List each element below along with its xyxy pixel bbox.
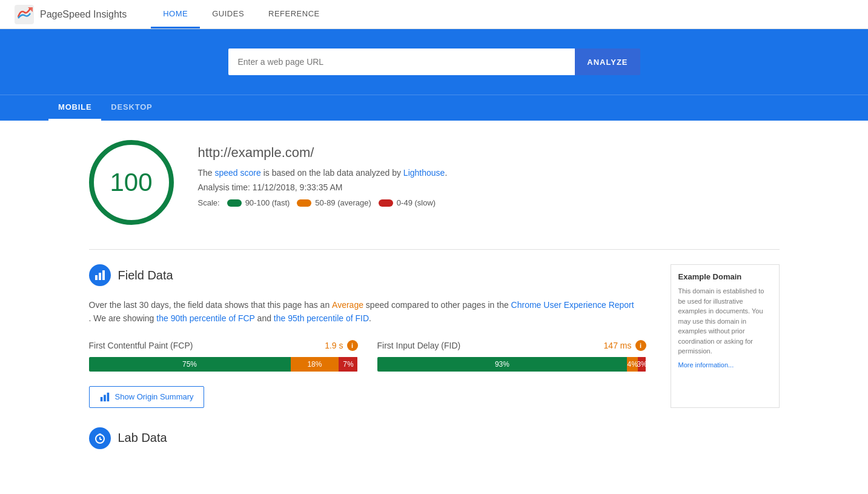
- desc-suffix: .: [445, 168, 447, 178]
- header: PageSpeed Insights HOME GUIDES REFERENCE: [0, 0, 868, 29]
- main-content: 100 http://example.com/ The speed score …: [41, 121, 828, 481]
- scale-average: 50-89 (average): [297, 198, 371, 207]
- preview-link[interactable]: More information...: [678, 361, 734, 369]
- fid-percentile-link[interactable]: the 95th percentile of FID: [274, 313, 369, 323]
- scale-label: Scale:: [198, 198, 220, 207]
- field-data-main: Field Data Over the last 30 days, the fi…: [89, 264, 646, 408]
- lighthouse-link[interactable]: Lighthouse: [403, 168, 445, 178]
- scored-url: http://example.com/: [198, 145, 448, 161]
- score-circle: 100: [89, 140, 174, 225]
- scale-slow-label: 0-49 (slow): [397, 198, 436, 207]
- search-form: http://example.com/ ANALYZE: [228, 48, 640, 75]
- scale-avg-label: 50-89 (average): [315, 198, 371, 207]
- fcp-bar-green: 75%: [89, 357, 291, 372]
- lab-data-title: Lab Data: [118, 431, 167, 445]
- avg-dot: [297, 199, 311, 207]
- tab-desktop[interactable]: DESKTOP: [101, 95, 162, 121]
- fcp-value: 1.9 s i: [325, 340, 357, 351]
- fid-number: 147 ms: [604, 341, 632, 350]
- score-info: http://example.com/ The speed score is b…: [198, 140, 448, 207]
- desc-start: Over the last 30 days, the field data sh…: [89, 300, 333, 310]
- svg-rect-7: [107, 393, 109, 401]
- field-data-title: Field Data: [118, 269, 173, 282]
- preview-title: Example Domain: [678, 272, 772, 281]
- scale-fast: 90-100 (fast): [227, 198, 290, 207]
- analysis-time: Analysis time: 11/12/2018, 9:33:35 AM: [198, 182, 448, 192]
- average-badge: Average: [332, 300, 363, 310]
- speed-score-link[interactable]: speed score: [215, 168, 261, 178]
- score-value: 100: [110, 168, 152, 197]
- bar-chart-icon: [94, 269, 106, 281]
- origin-summary-button[interactable]: Show Origin Summary: [89, 386, 204, 408]
- preview-card: Example Domain This domain is establishe…: [671, 264, 780, 408]
- chrome-ux-link[interactable]: Chrome User Experience Report: [511, 300, 634, 310]
- fid-bar-red: 3%: [638, 357, 646, 372]
- scale-row: Scale: 90-100 (fast) 50-89 (average) 0-4…: [198, 198, 448, 207]
- header-nav: HOME GUIDES REFERENCE: [151, 0, 332, 28]
- fcp-bar-orange: 18%: [291, 357, 339, 372]
- device-tabs: MOBILE DESKTOP: [0, 95, 868, 121]
- fcp-orange-label: 18%: [307, 360, 322, 369]
- timer-icon: [94, 432, 106, 444]
- nav-reference[interactable]: REFERENCE: [256, 0, 332, 28]
- tab-mobile[interactable]: MOBILE: [48, 95, 101, 121]
- fast-dot: [227, 199, 242, 207]
- fid-bar: 93% 4% 3%: [377, 357, 646, 372]
- svg-rect-5: [100, 397, 102, 401]
- fid-label: First Input Delay (FID): [377, 341, 461, 350]
- fcp-metric: First Contentful Paint (FCP) 1.9 s i 75%…: [89, 340, 358, 372]
- search-banner: http://example.com/ ANALYZE: [0, 29, 868, 95]
- pagespeed-logo: [15, 5, 34, 24]
- score-section: 100 http://example.com/ The speed score …: [89, 140, 780, 225]
- fcp-info-icon[interactable]: i: [347, 340, 358, 351]
- analysis-time-value: 11/12/2018, 9:33:35 AM: [253, 182, 343, 192]
- scale-slow: 0-49 (slow): [379, 198, 436, 207]
- analysis-time-label: Analysis time:: [198, 182, 250, 192]
- desc-middle: is based on the lab data analyzed by: [261, 168, 403, 178]
- score-divider: [89, 249, 780, 250]
- svg-rect-3: [99, 273, 101, 280]
- fcp-header: First Contentful Paint (FCP) 1.9 s i: [89, 340, 358, 351]
- fid-bar-green: 93%: [377, 357, 628, 372]
- fid-metric: First Input Delay (FID) 147 ms i 93% 4%: [377, 340, 646, 372]
- analyze-button[interactable]: ANALYZE: [575, 48, 640, 75]
- svg-rect-4: [102, 270, 105, 280]
- lab-data-header: Lab Data: [89, 427, 780, 449]
- metrics-grid: First Contentful Paint (FCP) 1.9 s i 75%…: [89, 340, 646, 372]
- origin-chart-icon: [99, 392, 110, 402]
- lab-data-section: Lab Data: [89, 427, 780, 449]
- lab-data-icon: [89, 427, 111, 449]
- and-text: and: [255, 313, 274, 323]
- url-input[interactable]: http://example.com/: [228, 48, 575, 75]
- score-description: The speed score is based on the lab data…: [198, 168, 448, 178]
- origin-btn-label: Show Origin Summary: [115, 392, 194, 401]
- fid-red-label: 3%: [637, 360, 646, 369]
- desc-mid: speed compared to other pages in the: [363, 300, 511, 310]
- fcp-red-label: 7%: [343, 360, 353, 369]
- fid-header: First Input Delay (FID) 147 ms i: [377, 340, 646, 351]
- period-text: .: [369, 313, 371, 323]
- fcp-bar-red: 7%: [339, 357, 357, 372]
- fcp-percentile-link[interactable]: the 90th percentile of FCP: [156, 313, 254, 323]
- slow-dot: [379, 199, 393, 207]
- logo-container: PageSpeed Insights: [15, 5, 127, 24]
- fid-info-icon[interactable]: i: [635, 340, 646, 351]
- fcp-number: 1.9 s: [325, 341, 343, 350]
- fid-green-label: 93%: [495, 360, 509, 369]
- app-title: PageSpeed Insights: [40, 9, 127, 20]
- svg-rect-6: [104, 395, 106, 401]
- fcp-label: First Contentful Paint (FCP): [89, 341, 193, 350]
- field-data-header: Field Data: [89, 264, 646, 286]
- nav-home[interactable]: HOME: [151, 0, 200, 28]
- desc-end: . We are showing: [89, 313, 157, 323]
- fid-value: 147 ms i: [604, 340, 646, 351]
- scale-fast-label: 90-100 (fast): [245, 198, 290, 207]
- field-data-icon: [89, 264, 111, 286]
- svg-rect-2: [95, 275, 98, 280]
- fcp-bar: 75% 18% 7%: [89, 357, 358, 372]
- field-data-section: Field Data Over the last 30 days, the fi…: [89, 264, 780, 408]
- preview-text: This domain is established to be used fo…: [678, 286, 772, 356]
- desc-prefix: The: [198, 168, 215, 178]
- nav-guides[interactable]: GUIDES: [200, 0, 256, 28]
- field-description: Over the last 30 days, the field data sh…: [89, 298, 646, 325]
